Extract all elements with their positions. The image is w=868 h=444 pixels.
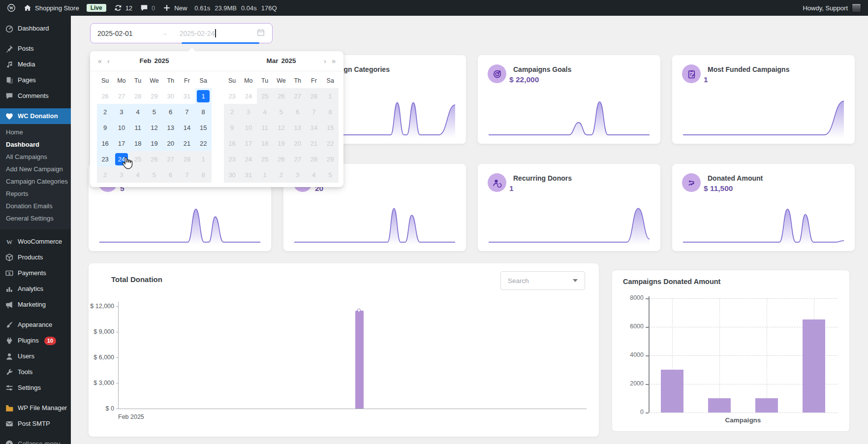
calendar-day[interactable]: 12 [146,120,162,135]
brush-icon [5,320,14,329]
calendar-icon [256,28,265,39]
y-tick-mark [646,412,649,413]
calendar-day[interactable]: 5 [146,104,162,120]
calendar-day: 23 [224,151,240,167]
campaigns-donated-panel: Campaigns Donated Amount 800060004000200… [612,270,850,432]
calendar-day[interactable]: 8 [195,104,212,120]
sidebar-item-label: WooCommerce [18,238,62,246]
next-year-button[interactable]: » [332,57,336,65]
date-range-picker[interactable]: 2025-02-01 → 2025-02-24 [90,23,273,43]
calendar-day: 4 [257,104,273,120]
weekday-label: We [273,73,289,88]
calendar-day: 25 [257,88,273,104]
admin-bar: W Shopping Store Live 12 0 New 0.61s23.9… [0,0,868,16]
howdy-account-link[interactable]: Howdy, Support [803,4,848,12]
calendar-day[interactable]: 3 [113,104,129,120]
calendar-day[interactable]: 24 [240,88,256,104]
submenu-item-add-new-campaign[interactable]: Add New Campaign [0,163,71,175]
comments-link[interactable]: 0 [140,3,155,12]
calendar-day[interactable]: 18 [130,135,146,151]
sidebar-item-label: Dashboard [18,25,49,32]
y-tick-mark [116,383,118,383]
submenu-item-donation-emails[interactable]: Donation Emails [0,200,71,212]
target-icon [488,64,506,83]
sidebar-item-pages[interactable]: Pages [0,72,71,88]
calendar-day[interactable]: 30 [162,88,179,104]
sidebar-item-appearance[interactable]: Appearance [0,317,71,333]
y-tick-label: 4000 [622,351,644,358]
calendar-day[interactable]: 19 [146,135,162,151]
start-date-input[interactable]: 2025-02-01 [97,30,133,37]
wordpress-logo[interactable]: W [7,3,16,12]
sidebar-item-wc-donation[interactable]: WC Donation [0,108,71,124]
calendar-day[interactable]: 20 [162,135,179,151]
calendar-day[interactable]: 31 [179,88,195,104]
stat-card-title: Most Funded Campaigns [708,65,789,73]
site-name-link[interactable]: Shopping Store [23,3,79,12]
submenu-item-all-campaigns[interactable]: All Campaigns [0,151,71,163]
submenu-item-dashboard[interactable]: Dashboard [0,138,71,151]
updates-link[interactable]: 12 [114,3,132,12]
calendar-day[interactable]: 6 [162,104,179,120]
calendar-day[interactable]: 17 [113,135,129,151]
sidebar-item-products[interactable]: Products [0,250,71,265]
sidebar-item-wp-file-manager[interactable]: WP File Manager [0,400,71,416]
submenu-item-campaign-categories[interactable]: Campaign Categories [0,175,71,188]
calendar-day[interactable]: 9 [97,120,113,135]
sidebar-item-label: WC Donation [18,112,58,120]
calendar-day[interactable]: 14 [179,120,195,135]
sidebar-item-tools[interactable]: Tools [0,364,71,380]
sidebar-item-collapse[interactable]: Collapse menu [0,436,71,444]
sidebar-item-post-smtp[interactable]: Post SMTP [0,416,71,432]
calendar-day: 17 [240,135,256,151]
submenu-item-general-settings[interactable]: General Settings [0,212,71,224]
calendar-day[interactable]: 26 [97,88,113,104]
calendar-day: 1 [322,88,339,104]
sidebar-item-comments[interactable]: Comments [0,88,71,104]
sidebar-item-posts[interactable]: Posts [0,41,71,57]
sidebar-item-dashboard[interactable]: Dashboard [0,21,71,36]
month-grid-feb: SuMoTuWeThFrSa26272829303112345678910111… [97,73,212,183]
calendar-day[interactable]: 16 [97,135,113,151]
end-date-input[interactable]: 2025-02-24 [180,30,215,37]
sidebar-item-users[interactable]: Users [0,349,71,364]
calendar-day: 3 [240,104,256,120]
y-tick-label: $ 9,000 [89,328,114,335]
calendar-day[interactable]: 4 [130,104,146,120]
calendar-day[interactable]: 2 [97,104,113,120]
plus-icon [162,3,171,12]
calendar-day[interactable]: 22 [195,135,212,151]
pages-icon [5,76,14,85]
sidebar-item-analytics[interactable]: Analytics [0,281,71,297]
stat-card-value: 1 [509,184,514,193]
submenu-item-home[interactable]: Home [0,126,71,138]
calendar-day[interactable]: 11 [130,120,146,135]
stat-card-donated-amount: Donated Amount$ 11,500 [672,164,855,251]
calendar-day[interactable]: 27 [113,88,129,104]
campaign-search-select[interactable]: Search [500,271,585,290]
calendar-day[interactable]: 29 [146,88,162,104]
calendar-day[interactable]: 15 [195,120,212,135]
sidebar-item-marketing[interactable]: Marketing [0,297,71,313]
calendar-day[interactable]: 21 [179,135,195,151]
calendar-day: 4 [306,167,322,183]
calendar-day[interactable]: 23 [224,88,240,104]
sidebar-item-payments[interactable]: $Payments [0,265,71,281]
next-month-button[interactable]: › [324,57,326,65]
calendar-day[interactable]: 7 [179,104,195,120]
sidebar-item-plugins[interactable]: Plugins10 [0,333,71,349]
new-content-link[interactable]: New [162,3,187,12]
calendar-day[interactable]: 10 [113,120,129,135]
calendar-day[interactable]: 23 [97,151,113,167]
submenu-item-reports[interactable]: Reports [0,188,71,200]
calendar-day[interactable]: 1 [195,88,212,104]
sidebar-item-media[interactable]: Media [0,57,71,72]
calendar-day[interactable]: 13 [162,120,179,135]
site-name: Shopping Store [35,4,79,12]
clipboard-icon [682,64,701,83]
sidebar-item-woocommerce[interactable]: WWooCommerce [0,234,71,250]
person-sync-icon [488,173,506,192]
sidebar-item-settings[interactable]: Settings [0,380,71,396]
calendar-day[interactable]: 28 [130,88,146,104]
weekday-label: Sa [195,73,212,88]
